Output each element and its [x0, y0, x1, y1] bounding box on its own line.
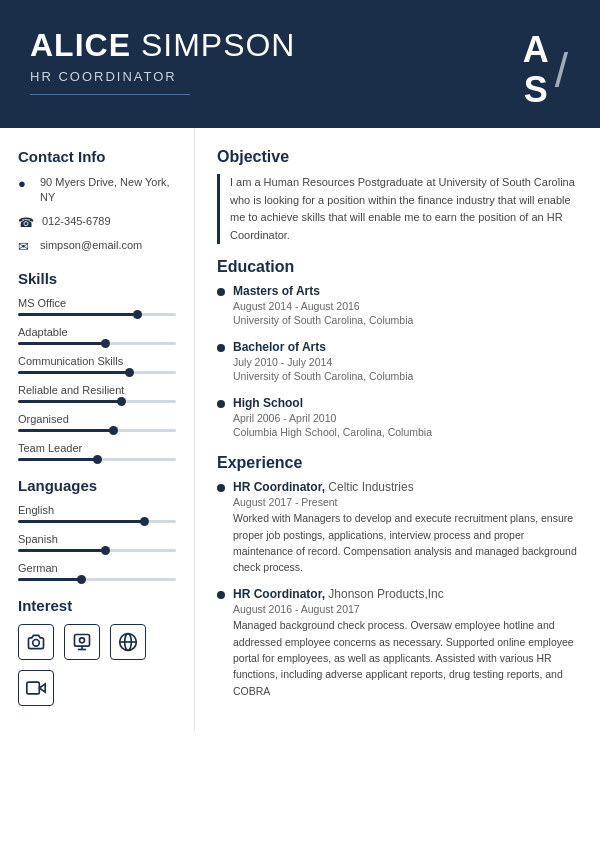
interest-section-title: Interest [18, 597, 176, 614]
exp-dates: August 2016 - August 2017 [233, 603, 580, 615]
camera-icon [18, 624, 54, 660]
monogram: A S / [523, 28, 570, 108]
phone-icon: ☎ [18, 215, 34, 230]
main-content: Objective I am a Human Resources Postgra… [195, 128, 600, 731]
skill-bar-fill [18, 429, 113, 432]
email-text: simpson@email.com [40, 238, 142, 253]
entry-body: HR Coordinator, Celtic Industries August… [233, 480, 580, 575]
degree-title: Masters of Arts [233, 284, 413, 298]
language-name: Spanish [18, 533, 176, 545]
exp-title: HR Coordinator, Jhonson Products,Inc [233, 587, 580, 601]
skill-bar [18, 313, 176, 316]
last-name: SIMPSON [141, 27, 296, 63]
location-icon: ● [18, 176, 32, 191]
exp-dates: August 2017 - Present [233, 496, 580, 508]
degree-title: High School [233, 396, 432, 410]
email-icon: ✉ [18, 239, 32, 254]
language-item: Spanish [18, 533, 176, 552]
skill-item: Reliable and Resilient [18, 384, 176, 403]
skill-dot [109, 426, 118, 435]
skill-dot [133, 310, 142, 319]
degree-institution: Columbia High School, Carolina, Columbia [233, 426, 432, 438]
svg-point-0 [33, 639, 40, 646]
language-name: English [18, 504, 176, 516]
entry-body: Bachelor of Arts July 2010 - July 2014 U… [233, 340, 413, 384]
entry-body: HR Coordinator, Jhonson Products,Inc Aug… [233, 587, 580, 698]
language-bar [18, 520, 176, 523]
entry-dot [217, 400, 225, 408]
skill-bar-fill [18, 400, 121, 403]
language-bar-fill [18, 578, 81, 581]
education-list: Masters of Arts August 2014 - August 201… [217, 284, 580, 440]
entry-dot [217, 344, 225, 352]
header-name-block: ALICE SIMPSON HR COORDINATOR [30, 28, 295, 95]
language-name: German [18, 562, 176, 574]
skill-bar [18, 400, 176, 403]
entry-dot [217, 591, 225, 599]
skill-item: Communication Skills [18, 355, 176, 374]
skill-dot [101, 339, 110, 348]
skill-bar-fill [18, 313, 137, 316]
skill-bar [18, 342, 176, 345]
degree-dates: August 2014 - August 2016 [233, 300, 413, 312]
experience-section-title: Experience [217, 454, 580, 472]
language-bar [18, 578, 176, 581]
company-name: Celtic Industries [328, 480, 413, 494]
education-section-title: Education [217, 258, 580, 276]
exp-description: Managed background check process. Oversa… [233, 617, 580, 698]
skill-bar [18, 371, 176, 374]
experience-list: HR Coordinator, Celtic Industries August… [217, 480, 580, 698]
skill-name: Reliable and Resilient [18, 384, 176, 396]
skill-bar [18, 458, 176, 461]
monogram-s: S [524, 72, 548, 108]
entry-dot-col [217, 587, 225, 698]
sidebar: Contact Info ● 90 Myers Drive, New York,… [0, 128, 195, 731]
skill-name: Adaptable [18, 326, 176, 338]
skill-name: Organised [18, 413, 176, 425]
language-bar-fill [18, 520, 144, 523]
first-name: ALICE [30, 27, 131, 63]
skill-bar-fill [18, 458, 97, 461]
objective-section-title: Objective [217, 148, 580, 166]
languages-list: English Spanish German [18, 504, 176, 581]
language-dot [140, 517, 149, 526]
skill-dot [93, 455, 102, 464]
company-name: Jhonson Products,Inc [328, 587, 443, 601]
person-icon [64, 624, 100, 660]
education-entry: High School April 2006 - April 2010 Colu… [217, 396, 580, 440]
skills-section-title: Skills [18, 270, 176, 287]
skill-bar [18, 429, 176, 432]
skill-item: Organised [18, 413, 176, 432]
skill-name: Communication Skills [18, 355, 176, 367]
degree-institution: University of South Carolina, Columbia [233, 314, 413, 326]
svg-rect-1 [75, 634, 90, 646]
experience-entry: HR Coordinator, Jhonson Products,Inc Aug… [217, 587, 580, 698]
skill-dot [125, 368, 134, 377]
svg-marker-6 [39, 684, 45, 692]
resume-header: ALICE SIMPSON HR COORDINATOR A S / [0, 0, 600, 128]
globe-icon [110, 624, 146, 660]
degree-dates: July 2010 - July 2014 [233, 356, 413, 368]
full-name: ALICE SIMPSON [30, 28, 295, 63]
education-entry: Bachelor of Arts July 2010 - July 2014 U… [217, 340, 580, 384]
skill-item: Adaptable [18, 326, 176, 345]
entry-body: Masters of Arts August 2014 - August 201… [233, 284, 413, 328]
monogram-slash: / [555, 43, 568, 98]
skill-name: MS Office [18, 297, 176, 309]
language-item: English [18, 504, 176, 523]
monogram-a: A [523, 32, 549, 68]
skill-bar-fill [18, 371, 129, 374]
language-dot [77, 575, 86, 584]
language-dot [101, 546, 110, 555]
header-divider [30, 94, 190, 95]
entry-dot-col [217, 284, 225, 328]
interest-icons [18, 624, 176, 706]
skill-bar-fill [18, 342, 105, 345]
objective-text: I am a Human Resources Postgraduate at U… [217, 174, 580, 244]
svg-rect-7 [27, 682, 39, 694]
entry-dot-col [217, 340, 225, 384]
language-item: German [18, 562, 176, 581]
language-bar [18, 549, 176, 552]
resume-body: Contact Info ● 90 Myers Drive, New York,… [0, 128, 600, 731]
skill-name: Team Leader [18, 442, 176, 454]
